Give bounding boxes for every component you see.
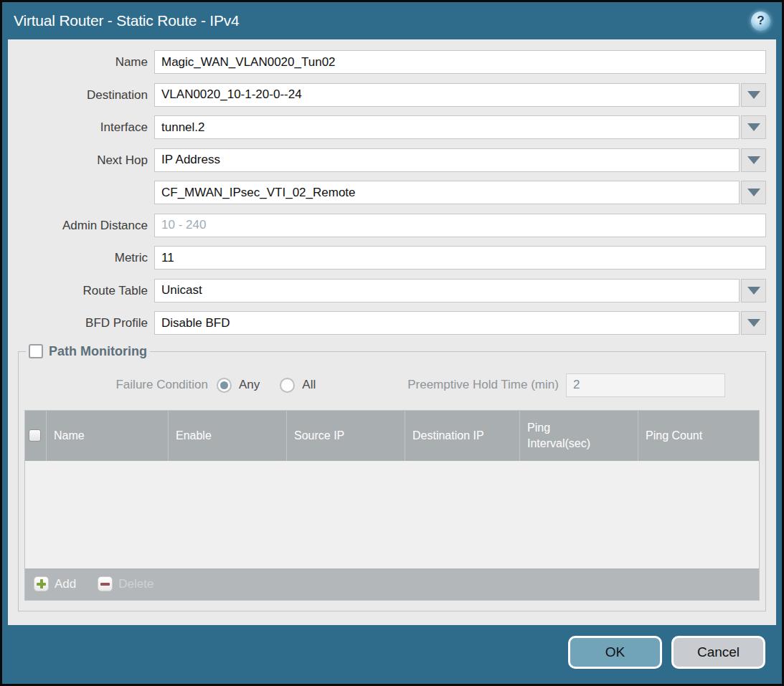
table-header-row: Name Enable Source IP Destination IP Pin… xyxy=(25,411,759,461)
static-route-dialog: Virtual Router - Static Route - IPv4 ? N… xyxy=(0,0,784,686)
admin-distance-label: Admin Distance xyxy=(18,214,154,237)
table-header-source-ip: Source IP xyxy=(287,411,405,461)
failure-condition-options: Any All xyxy=(217,378,316,393)
next-hop-type-dropdown-button[interactable] xyxy=(741,148,766,172)
delete-button[interactable]: Delete xyxy=(98,576,154,591)
failure-condition-label: Failure Condition xyxy=(24,378,217,392)
select-all-checkbox[interactable] xyxy=(29,429,41,442)
chevron-down-icon xyxy=(747,91,760,99)
form-row-next-hop: Next Hop xyxy=(18,148,766,172)
table-header-select-all-cell xyxy=(25,411,47,461)
destination-input[interactable] xyxy=(154,83,740,107)
dialog-footer: OK Cancel xyxy=(2,625,782,684)
route-table-dropdown-button[interactable] xyxy=(741,279,766,302)
delete-minus-icon xyxy=(98,576,113,591)
interface-label: Interface xyxy=(18,115,154,139)
cancel-button[interactable]: Cancel xyxy=(671,636,765,669)
preemptive-hold-time-input[interactable] xyxy=(566,373,725,397)
form-row-next-hop-address xyxy=(18,181,766,204)
failure-condition-any-label: Any xyxy=(239,378,260,392)
form-row-destination: Destination xyxy=(18,83,766,107)
table-body-empty xyxy=(25,461,759,568)
failure-condition-all-label: All xyxy=(302,378,316,392)
chevron-down-icon xyxy=(747,189,760,196)
failure-condition-row: Failure Condition Any All Preemptive Hol… xyxy=(24,373,760,397)
form-row-route-table: Route Table xyxy=(18,279,766,302)
chevron-down-icon xyxy=(747,156,760,164)
metric-label: Metric xyxy=(18,246,154,270)
name-input[interactable] xyxy=(154,50,766,74)
destination-dropdown-button[interactable] xyxy=(741,83,766,107)
add-plus-icon xyxy=(34,576,49,591)
form-row-bfd-profile: BFD Profile xyxy=(18,311,766,335)
next-hop-address-dropdown-button[interactable] xyxy=(741,181,766,204)
ok-button[interactable]: OK xyxy=(568,636,662,669)
radio-selected-icon xyxy=(217,378,232,393)
form-row-metric: Metric xyxy=(18,246,766,270)
table-toolbar: Add Delete xyxy=(25,568,759,600)
form-row-admin-distance: Admin Distance xyxy=(18,214,766,237)
delete-button-label: Delete xyxy=(118,577,154,591)
next-hop-address-label xyxy=(18,181,154,204)
path-monitoring-table: Name Enable Source IP Destination IP Pin… xyxy=(24,410,760,601)
path-monitoring-title: Path Monitoring xyxy=(49,344,147,359)
table-header-ping-count: Ping Count xyxy=(638,411,759,461)
route-table-input[interactable] xyxy=(154,279,740,302)
dialog-titlebar: Virtual Router - Static Route - IPv4 ? xyxy=(2,2,782,39)
route-table-label: Route Table xyxy=(18,279,154,302)
add-button[interactable]: Add xyxy=(34,576,76,591)
bfd-profile-input[interactable] xyxy=(154,311,740,335)
chevron-down-icon xyxy=(747,287,760,295)
table-header-destination-ip: Destination IP xyxy=(405,411,520,461)
failure-condition-any-option[interactable]: Any xyxy=(217,378,260,393)
help-icon[interactable]: ? xyxy=(751,11,770,31)
preemptive-hold-time-label: Preemptive Hold Time (min) xyxy=(407,378,566,392)
interface-dropdown-button[interactable] xyxy=(741,115,766,139)
add-button-label: Add xyxy=(55,577,76,591)
failure-condition-all-option[interactable]: All xyxy=(280,378,316,393)
bfd-profile-label: BFD Profile xyxy=(18,311,154,335)
destination-label: Destination xyxy=(18,83,154,107)
form-row-interface: Interface xyxy=(18,115,766,139)
chevron-down-icon xyxy=(747,319,760,327)
path-monitoring-legend: Path Monitoring xyxy=(26,344,150,359)
table-header-name: Name xyxy=(47,411,169,461)
path-monitoring-checkbox[interactable] xyxy=(29,344,43,358)
dialog-content: Name Destination Interface Next Hop xyxy=(8,39,776,625)
admin-distance-input[interactable] xyxy=(154,214,766,237)
table-header-ping-interval: Ping Interval(sec) xyxy=(520,411,638,461)
form-row-name: Name xyxy=(18,50,766,74)
chevron-down-icon xyxy=(747,123,760,131)
next-hop-type-input[interactable] xyxy=(154,148,740,172)
dialog-title: Virtual Router - Static Route - IPv4 xyxy=(14,12,751,29)
table-header-enable: Enable xyxy=(169,411,287,461)
interface-input[interactable] xyxy=(154,115,740,139)
metric-input[interactable] xyxy=(154,246,766,270)
next-hop-label: Next Hop xyxy=(18,148,154,172)
radio-unselected-icon xyxy=(280,378,295,393)
next-hop-address-input[interactable] xyxy=(154,181,740,204)
path-monitoring-section: Path Monitoring Failure Condition Any Al… xyxy=(18,344,766,611)
bfd-profile-dropdown-button[interactable] xyxy=(741,311,766,335)
name-label: Name xyxy=(18,50,154,74)
